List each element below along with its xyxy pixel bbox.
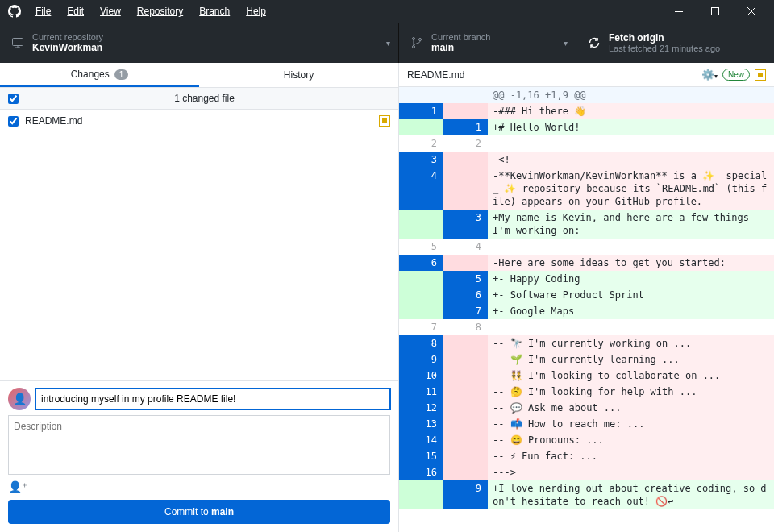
diff-line[interactable]: 8-- 🔭 I'm currently working on ... <box>399 335 774 351</box>
diff-line[interactable]: 7+- Google Maps <box>399 303 774 319</box>
old-line-number <box>399 271 443 287</box>
new-badge[interactable]: New <box>722 69 750 81</box>
diff-file-name: README.md <box>407 69 464 81</box>
new-line-number <box>443 384 488 400</box>
commit-button-branch: main <box>211 506 234 517</box>
old-line-number: 2 <box>399 135 443 152</box>
diff-line[interactable]: 14-- 😄 Pronouns: ... <box>399 432 774 448</box>
new-line-number: 3 <box>443 210 488 239</box>
diff-text: -- 🤔 I'm looking for help with ... <box>488 384 774 400</box>
old-line-number: 14 <box>399 432 443 448</box>
branch-label: Current branch <box>431 32 490 42</box>
menu-view[interactable]: View <box>92 2 129 20</box>
diff-line[interactable]: 1-### Hi there 👋 <box>399 103 774 119</box>
commit-button[interactable]: Commit to main <box>8 500 390 524</box>
chevron-down-icon: ▾ <box>564 39 568 48</box>
diff-line[interactable]: 13-- 📫 How to reach me: ... <box>399 416 774 432</box>
diff-line[interactable]: 22 <box>399 135 774 152</box>
diff-line[interactable]: 5+- Happy Coding <box>399 271 774 287</box>
computer-icon <box>11 36 24 49</box>
file-checkbox[interactable] <box>8 116 19 127</box>
old-line-number: 5 <box>399 239 443 255</box>
branch-name: main <box>431 42 490 53</box>
chevron-down-icon: ▾ <box>386 39 390 48</box>
file-name: README.md <box>25 115 82 127</box>
commit-description-input[interactable] <box>8 415 390 475</box>
diff-header: README.md ⚙️▾ New <box>399 63 774 87</box>
new-line-number: 4 <box>443 239 488 255</box>
diff-panel: README.md ⚙️▾ New @@ -1,16 +1,9 @@1-### … <box>399 63 774 532</box>
diff-text <box>488 135 774 152</box>
repo-label: Current repository <box>32 32 103 42</box>
diff-line[interactable]: 4-**KevinWorkman/KevinWorkman** is a ✨ _… <box>399 168 774 210</box>
diff-text: -- 💬 Ask me about ... <box>488 400 774 416</box>
avatar: 👤 <box>8 388 31 410</box>
diff-line[interactable]: 54 <box>399 239 774 255</box>
menu-edit[interactable]: Edit <box>59 2 92 20</box>
diff-line[interactable]: 11-- 🤔 I'm looking for help with ... <box>399 384 774 400</box>
old-line-number <box>399 210 443 239</box>
diff-line[interactable]: 78 <box>399 319 774 335</box>
diff-line[interactable]: 9-- 🌱 I'm currently learning ... <box>399 351 774 368</box>
diff-text: -- 🌱 I'm currently learning ... <box>488 351 774 368</box>
old-line-number: 1 <box>399 103 443 119</box>
new-line-number <box>443 152 488 168</box>
close-button[interactable] <box>733 0 769 23</box>
old-line-number <box>399 480 443 509</box>
diff-body[interactable]: @@ -1,16 +1,9 @@1-### Hi there 👋1+# Hell… <box>399 87 774 532</box>
new-line-number <box>443 416 488 432</box>
diff-line[interactable]: 16---> <box>399 464 774 480</box>
diff-line[interactable]: @@ -1,16 +1,9 @@ <box>399 87 774 103</box>
current-branch-dropdown[interactable]: Current branch main ▾ <box>399 23 576 63</box>
fetch-origin-button[interactable]: Fetch origin Last fetched 21 minutes ago <box>576 23 774 63</box>
tab-history[interactable]: History <box>199 63 398 87</box>
diff-line[interactable]: 1+# Hello World! <box>399 119 774 135</box>
gear-icon[interactable]: ⚙️▾ <box>701 69 718 81</box>
new-line-number <box>443 351 488 368</box>
new-line-number: 1 <box>443 119 488 135</box>
commit-area: 👤 👤⁺ Commit to main <box>0 380 398 532</box>
menu-repository[interactable]: Repository <box>129 2 191 20</box>
diff-line[interactable]: 3+My name is Kevin, and here are a few t… <box>399 210 774 239</box>
new-line-number: 7 <box>443 303 488 319</box>
changes-count-badge: 1 <box>114 69 129 80</box>
new-line-number: 2 <box>443 135 488 152</box>
diff-line[interactable]: 10-- 👯 I'm looking to collaborate on ... <box>399 368 774 384</box>
fetch-label: Fetch origin <box>609 32 720 44</box>
diff-line[interactable]: 12-- 💬 Ask me about ... <box>399 400 774 416</box>
maximize-button[interactable] <box>697 0 733 23</box>
diff-line[interactable]: 3-<!-- <box>399 152 774 168</box>
minimize-button[interactable] <box>660 0 697 23</box>
diff-text: -Here are some ideas to get you started: <box>488 255 774 271</box>
new-line-number <box>443 400 488 416</box>
toolbar: Current repository KevinWorkman ▾ Curren… <box>0 23 774 63</box>
diff-line[interactable]: 15-- ⚡ Fun fact: ... <box>399 448 774 464</box>
diff-line[interactable]: 6-Here are some ideas to get you started… <box>399 255 774 271</box>
new-line-number <box>443 168 488 210</box>
menu-branch[interactable]: Branch <box>191 2 238 20</box>
file-row[interactable]: README.md <box>0 110 398 132</box>
commit-summary-input[interactable] <box>35 389 390 409</box>
old-line-number: 13 <box>399 416 443 432</box>
new-line-number <box>443 103 488 119</box>
tab-changes[interactable]: Changes 1 <box>0 63 199 87</box>
changed-count-label: 1 changed file <box>19 93 390 104</box>
select-all-checkbox[interactable] <box>8 94 19 104</box>
current-repository-dropdown[interactable]: Current repository KevinWorkman ▾ <box>0 23 399 63</box>
diff-line[interactable]: 9+I love nerding out about creative codi… <box>399 480 774 509</box>
svg-rect-1 <box>711 8 718 15</box>
svg-point-5 <box>419 39 422 41</box>
new-line-number: 5 <box>443 271 488 287</box>
old-line-number: 4 <box>399 168 443 210</box>
new-line-number <box>443 335 488 351</box>
add-coauthor-button[interactable]: 👤⁺ <box>8 477 390 500</box>
old-line-number <box>399 119 443 135</box>
svg-point-3 <box>413 38 415 40</box>
menu-help[interactable]: Help <box>238 2 274 20</box>
commit-button-pre: Commit to <box>164 506 211 517</box>
diff-line[interactable]: 6+- Software Product Sprint <box>399 287 774 303</box>
new-line-number <box>443 368 488 384</box>
sync-icon <box>588 36 601 49</box>
diff-text: -- 😄 Pronouns: ... <box>488 432 774 448</box>
menu-file[interactable]: File <box>27 2 59 20</box>
